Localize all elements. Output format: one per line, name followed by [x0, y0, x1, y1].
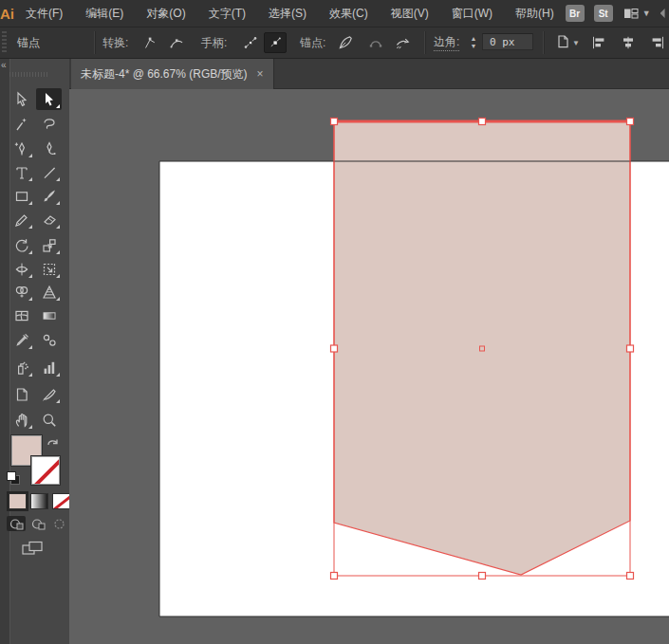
panel-grip[interactable]: [2, 31, 7, 54]
paint-none-button[interactable]: [52, 493, 70, 509]
convert-to-corner-button[interactable]: [139, 32, 161, 53]
rotate-tool[interactable]: [9, 234, 34, 256]
mesh-tool[interactable]: [9, 304, 34, 326]
document-tab-title: 未标题-4* @ 66.67% (RGB/预览): [81, 66, 248, 83]
paint-color-button[interactable]: [9, 493, 27, 509]
rectangle-tool[interactable]: [9, 185, 34, 207]
zoom-tool[interactable]: [36, 409, 62, 431]
menu-items: 文件(F)编辑(E)对象(O)文字(T)选择(S)效果(C)视图(V)窗口(W)…: [14, 0, 566, 27]
anchors-label: 锚点:: [300, 35, 325, 51]
shape-builder-tool[interactable]: [9, 281, 34, 303]
selection-handle[interactable]: [479, 119, 486, 125]
control-bar: 锚点 转换: 手柄: 锚点: 边角: ▲▼ 0 px ▼: [0, 28, 669, 59]
selection-handle[interactable]: [627, 573, 634, 580]
collapse-panel-button[interactable]: «: [1, 60, 7, 70]
canvas-pasteboard[interactable]: [69, 89, 669, 644]
anchor-panel-label: 锚点: [17, 35, 40, 51]
slice-tool[interactable]: [36, 383, 62, 405]
symbol-sprayer-tool[interactable]: [9, 357, 34, 378]
handles-label: 手柄:: [201, 35, 227, 51]
separator: [543, 31, 545, 54]
menu-item-0[interactable]: 文件(F): [14, 0, 74, 27]
menu-item-2[interactable]: 对象(O): [135, 0, 196, 27]
bridge-button[interactable]: Br: [566, 5, 585, 22]
width-tool[interactable]: [9, 258, 34, 280]
paint-gradient-button[interactable]: [30, 493, 48, 509]
draw-behind-button[interactable]: [28, 516, 47, 531]
direct-selection-tool[interactable]: [36, 88, 62, 110]
menu-item-3[interactable]: 文字(T): [197, 0, 257, 27]
column-graph-tool[interactable]: [36, 357, 62, 378]
banner-shape[interactable]: [334, 121, 630, 575]
paintbrush-tool[interactable]: [36, 185, 62, 207]
draw-normal-button[interactable]: [7, 516, 26, 531]
draw-inside-button[interactable]: [49, 516, 68, 531]
menu-item-1[interactable]: 编辑(E): [74, 0, 135, 27]
close-tab-icon[interactable]: ×: [257, 67, 264, 81]
line-segment-tool[interactable]: [36, 161, 62, 183]
scale-tool[interactable]: [36, 234, 62, 256]
selection-handle[interactable]: [331, 345, 338, 352]
document-tab[interactable]: 未标题-4* @ 66.67% (RGB/预览) ×: [71, 59, 274, 89]
gradient-tool[interactable]: [36, 304, 62, 326]
pen-tool[interactable]: [9, 138, 34, 159]
illustrator-window: { "menu_bar": { "logo": "Ai", "items": […: [0, 0, 669, 644]
document-tab-bar: 未标题-4* @ 66.67% (RGB/预览) ×: [69, 59, 669, 89]
chevron-down-icon: ▼: [572, 39, 580, 47]
selection-handle[interactable]: [627, 119, 634, 125]
selection-handle[interactable]: [479, 573, 486, 580]
canvas-svg: [69, 89, 669, 644]
illustrator-logo: Ai: [0, 6, 14, 22]
align-to-selection-dropdown[interactable]: ▼: [551, 32, 584, 53]
swap-fill-stroke-icon[interactable]: [46, 435, 60, 452]
type-tool[interactable]: [9, 161, 34, 183]
free-transform-tool[interactable]: [36, 258, 62, 280]
selection-handle[interactable]: [331, 119, 338, 125]
workspace-layout-icon: [623, 5, 640, 22]
perspective-grid-tool[interactable]: [36, 281, 62, 303]
workspace-switcher[interactable]: ▼: [623, 5, 651, 22]
show-handles-button[interactable]: [239, 32, 262, 53]
artboard-tool[interactable]: [9, 383, 34, 405]
style-button[interactable]: St: [594, 5, 613, 22]
corner-label[interactable]: 边角:: [434, 34, 459, 51]
convert-to-smooth-button[interactable]: [165, 32, 188, 53]
clipped-control: [660, 9, 665, 18]
align-right-button[interactable]: [646, 32, 669, 53]
pencil-tool[interactable]: [9, 209, 34, 230]
separator: [424, 31, 426, 54]
eraser-tool[interactable]: [36, 209, 62, 230]
corner-radius-stepper[interactable]: ▲▼: [469, 34, 478, 51]
blend-tool[interactable]: [36, 329, 62, 351]
selection-tool[interactable]: [9, 88, 34, 110]
separator: [94, 31, 96, 54]
change-screen-mode-button[interactable]: [21, 540, 46, 561]
eyedropper-tool[interactable]: [9, 329, 34, 351]
lasso-tool[interactable]: [36, 113, 62, 135]
stroke-color-swatch[interactable]: [31, 456, 60, 485]
convert-label: 转换:: [102, 35, 128, 51]
align-left-button[interactable]: [587, 32, 610, 53]
hide-handles-button[interactable]: [264, 32, 287, 53]
curvature-tool[interactable]: [36, 138, 62, 159]
cut-path-button[interactable]: [391, 32, 414, 53]
connect-anchors-button[interactable]: [364, 32, 387, 53]
menu-item-8[interactable]: 帮助(H): [504, 0, 566, 27]
corner-radius-input[interactable]: 0 px: [482, 33, 533, 50]
default-fill-stroke-icon[interactable]: [7, 471, 20, 485]
menu-bar-right: Br St ▼: [566, 5, 669, 22]
selection-handle[interactable]: [627, 345, 634, 352]
menu-item-5[interactable]: 效果(C): [318, 0, 380, 27]
document-icon: [555, 33, 572, 53]
chevron-down-icon: ▼: [642, 9, 651, 18]
menu-item-6[interactable]: 视图(V): [380, 0, 440, 27]
remove-anchor-button[interactable]: [334, 32, 357, 53]
menu-bar: Ai 文件(F)编辑(E)对象(O)文字(T)选择(S)效果(C)视图(V)窗口…: [0, 0, 669, 28]
magic-wand-tool[interactable]: [9, 113, 34, 135]
hand-tool[interactable]: [9, 409, 34, 431]
menu-item-4[interactable]: 选择(S): [257, 0, 318, 27]
tool-panel-grip[interactable]: [9, 72, 49, 77]
align-center-button[interactable]: [617, 32, 640, 53]
menu-item-7[interactable]: 窗口(W): [440, 0, 504, 27]
selection-handle[interactable]: [331, 573, 338, 580]
